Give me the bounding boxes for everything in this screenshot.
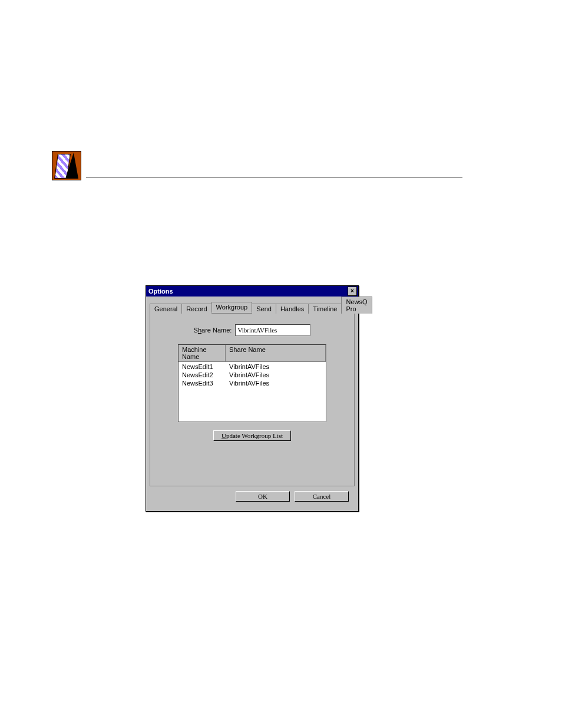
share-name-input[interactable]: [235, 324, 310, 336]
update-workgroup-button[interactable]: Update Workgroup List: [213, 430, 291, 441]
tab-workgroup[interactable]: Workgroup: [211, 302, 253, 313]
tab-strip: General Record Workgroup Send Handles Ti…: [150, 301, 355, 313]
cell-machine: NewsEdit3: [178, 379, 226, 387]
dialog-title: Options: [148, 288, 173, 295]
tab-general[interactable]: General: [150, 304, 182, 314]
cancel-button[interactable]: Cancel: [295, 491, 349, 502]
list-header: Machine Name Share Name: [178, 345, 326, 362]
close-button[interactable]: ×: [348, 286, 357, 296]
col-machine-name[interactable]: Machine Name: [178, 345, 226, 361]
cell-share: VibrintAVFiles: [226, 379, 326, 387]
tab-send[interactable]: Send: [252, 304, 276, 314]
ok-button[interactable]: OK: [236, 491, 290, 502]
list-item[interactable]: NewsEdit2 VibrintAVFiles: [178, 371, 326, 379]
cell-machine: NewsEdit1: [178, 363, 226, 371]
tab-timeline[interactable]: Timeline: [308, 304, 342, 314]
tab-record[interactable]: Record: [181, 304, 211, 314]
workgroup-panel: Share Name: Machine Name Share Name News…: [150, 313, 355, 486]
list-item[interactable]: NewsEdit1 VibrintAVFiles: [178, 363, 326, 371]
divider: [86, 177, 462, 177]
workgroup-list[interactable]: Machine Name Share Name NewsEdit1 Vibrin…: [178, 344, 326, 422]
list-item[interactable]: NewsEdit3 VibrintAVFiles: [178, 379, 326, 387]
app-icon: [52, 151, 81, 180]
tab-handles[interactable]: Handles: [276, 304, 309, 314]
tab-newsqpro[interactable]: NewsQ Pro: [341, 297, 372, 314]
share-name-label: Share Name:: [194, 327, 232, 334]
options-dialog: Options × General Record Workgroup Send …: [146, 285, 359, 512]
cell-share: VibrintAVFiles: [226, 371, 326, 379]
close-icon: ×: [351, 288, 354, 294]
cell-machine: NewsEdit2: [178, 371, 226, 379]
col-share-name[interactable]: Share Name: [226, 345, 326, 361]
titlebar: Options ×: [146, 286, 358, 297]
cell-share: VibrintAVFiles: [226, 363, 326, 371]
